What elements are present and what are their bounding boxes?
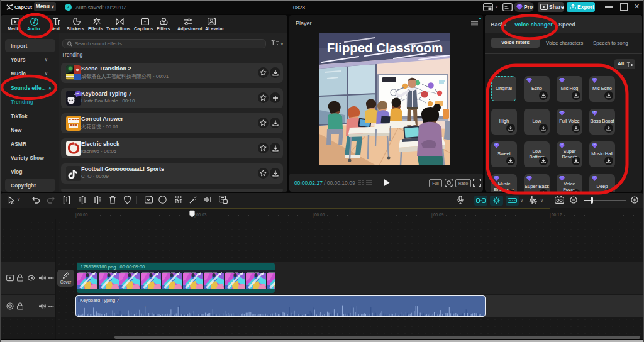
svg-text:Flipped Classroom: Flipped Classroom (327, 40, 443, 55)
